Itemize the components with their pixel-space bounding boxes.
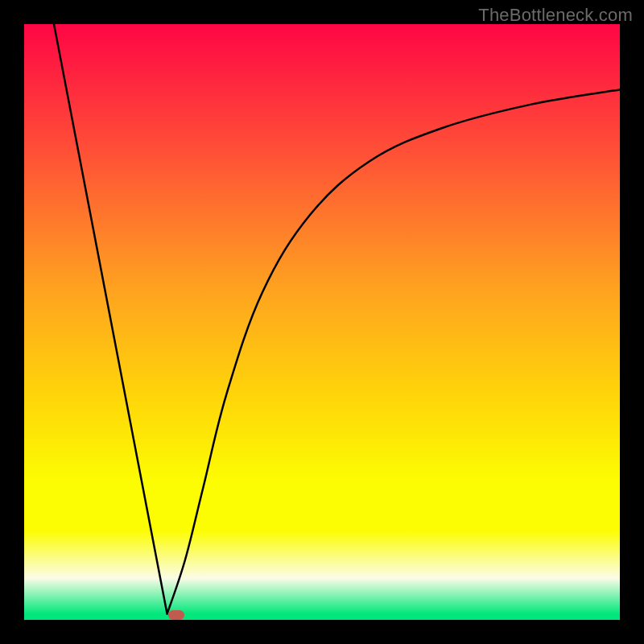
plot-svg xyxy=(24,24,620,620)
plot-frame xyxy=(24,24,620,620)
gradient-background xyxy=(24,24,620,620)
optimal-point-marker xyxy=(168,610,184,620)
watermark-text: TheBottleneck.com xyxy=(478,5,633,26)
chart-container: TheBottleneck.com xyxy=(0,0,644,644)
